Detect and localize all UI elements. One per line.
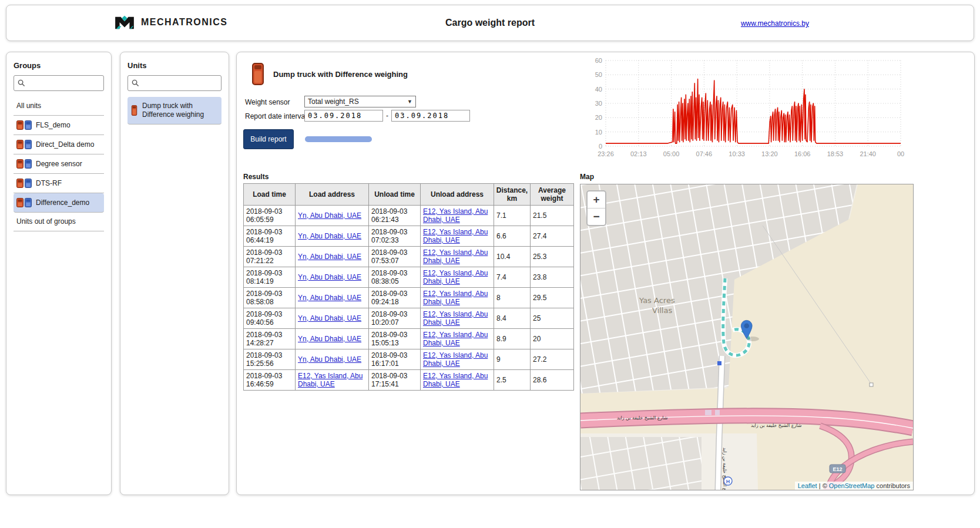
load-address-link[interactable]: Yn, Abu Dhabi, UAE xyxy=(298,273,361,281)
unload-address-cell: E12, Yas Island, Abu Dhabi, UAE xyxy=(421,308,494,329)
load-time-cell: 2018-09-03 15:25:56 xyxy=(244,349,296,370)
svg-text:05:00: 05:00 xyxy=(663,150,680,157)
weight-sensor-select[interactable]: Total weight_RS ▼ xyxy=(304,96,416,107)
unload-time-cell: 2018-09-03 07:53:07 xyxy=(369,247,421,267)
column-header-unload-time: Unload time xyxy=(369,184,421,206)
svg-text:شارع الشيخ خليفة بن زايد: شارع الشيخ خليفة بن زايد xyxy=(751,423,802,428)
avg-weight-cell: 25 xyxy=(531,308,574,329)
zoom-in-button[interactable]: + xyxy=(588,191,605,208)
distance-cell: 8.9 xyxy=(494,329,531,349)
avg-weight-cell: 27.2 xyxy=(531,349,574,370)
table-row: 2018-09-03 08:58:08Yn, Abu Dhabi, UAE201… xyxy=(244,288,574,308)
unit-pair-icon xyxy=(16,120,32,130)
table-row: 2018-09-03 07:21:22Yn, Abu Dhabi, UAE201… xyxy=(244,247,574,267)
date-to-input[interactable] xyxy=(391,110,470,122)
svg-text:H: H xyxy=(726,479,730,485)
unload-address-link[interactable]: E12, Yas Island, Abu Dhabi, UAE xyxy=(423,228,488,244)
group-item-degree-sensor[interactable]: Degree sensor xyxy=(14,154,104,174)
group-item-direct-delta-demo[interactable]: Direct_Delta demo xyxy=(14,135,104,154)
svg-text:Villas: Villas xyxy=(652,306,672,315)
table-row: 2018-09-03 06:44:19Yn, Abu Dhabi, UAE201… xyxy=(244,226,574,247)
area-label: Yas Acres xyxy=(639,296,675,305)
table-row: 2018-09-03 06:05:59Yn, Abu Dhabi, UAE201… xyxy=(244,206,574,226)
units-title: Units xyxy=(127,61,221,70)
zoom-out-button[interactable]: − xyxy=(588,208,605,225)
group-item-difference-demo[interactable]: Difference_demo xyxy=(14,193,104,213)
units-search-input[interactable] xyxy=(127,75,221,91)
unit-item-dump-truck-with-difference-weighing[interactable]: Dump truck with Difference weighing xyxy=(127,97,221,125)
svg-text:40: 40 xyxy=(595,86,602,93)
map-attribution: Leaflet | © OpenStreetMap contributors xyxy=(795,482,913,490)
unload-address-link[interactable]: E12, Yas Island, Abu Dhabi, UAE xyxy=(423,290,488,306)
groups-panel: Groups All units xyxy=(6,52,112,495)
load-address-link[interactable]: Yn, Abu Dhabi, UAE xyxy=(298,253,361,261)
unload-address-link[interactable]: E12, Yas Island, Abu Dhabi, UAE xyxy=(423,248,488,265)
load-address-link[interactable]: Yn, Abu Dhabi, UAE xyxy=(298,211,361,220)
load-address-cell: Yn, Abu Dhabi, UAE xyxy=(296,308,369,329)
load-address-cell: Yn, Abu Dhabi, UAE xyxy=(296,349,369,370)
date-from-input[interactable] xyxy=(304,110,383,122)
distance-cell: 8 xyxy=(494,288,531,308)
unload-address-cell: E12, Yas Island, Abu Dhabi, UAE xyxy=(421,226,494,247)
load-address-cell: Yn, Abu Dhabi, UAE xyxy=(296,288,369,308)
distance-cell: 7.4 xyxy=(494,267,531,288)
date-interval-label: Report date interval xyxy=(245,112,307,120)
unload-address-link[interactable]: E12, Yas Island, Abu Dhabi, UAE xyxy=(423,269,488,285)
website-link[interactable]: www.mechatronics.by xyxy=(741,19,809,28)
load-address-link[interactable]: Yn, Abu Dhabi, UAE xyxy=(298,232,361,240)
openstreetmap-link[interactable]: OpenStreetMap xyxy=(829,482,875,489)
load-time-cell: 2018-09-03 09:40:56 xyxy=(244,308,296,329)
svg-text:20: 20 xyxy=(595,114,602,121)
page-title: Cargo weight report xyxy=(6,18,974,28)
weight-sensor-label: Weight sensor xyxy=(245,98,290,106)
unload-address-link[interactable]: E12, Yas Island, Abu Dhabi, UAE xyxy=(423,207,488,224)
unit-pair-icon xyxy=(16,179,32,188)
groups-search-input[interactable] xyxy=(14,75,104,91)
distance-cell: 6.6 xyxy=(494,226,531,247)
svg-text:10: 10 xyxy=(595,129,602,136)
unload-address-cell: E12, Yas Island, Abu Dhabi, UAE xyxy=(421,349,494,370)
load-address-link[interactable]: Yn, Abu Dhabi, UAE xyxy=(298,314,361,322)
load-address-link[interactable]: Yn, Abu Dhabi, UAE xyxy=(298,335,361,343)
unload-address-cell: E12, Yas Island, Abu Dhabi, UAE xyxy=(421,288,494,308)
load-address-link[interactable]: E12, Yas Island, Abu Dhabi, UAE xyxy=(298,372,363,388)
group-item-label: Degree sensor xyxy=(36,160,82,169)
map-tiles: Yas Acres Villas شارع الشيخ خليفة بن زاي… xyxy=(580,184,913,490)
hospital-icon: H xyxy=(724,477,732,485)
unload-address-link[interactable]: E12, Yas Island, Abu Dhabi, UAE xyxy=(423,372,488,388)
unit-pair-icon xyxy=(16,140,32,149)
search-icon xyxy=(18,79,25,87)
build-report-button[interactable]: Build report xyxy=(243,129,294,149)
column-header-unload-address: Unload address xyxy=(421,184,494,206)
group-item-fls-demo[interactable]: FLS_demo xyxy=(14,116,104,135)
unit-item-label: Dump truck with Difference weighing xyxy=(142,102,219,119)
table-row: 2018-09-03 16:46:59E12, Yas Island, Abu … xyxy=(244,370,574,391)
groups-title: Groups xyxy=(14,61,104,70)
date-separator: - xyxy=(386,112,388,120)
construction-marker xyxy=(717,361,721,365)
leaflet-link[interactable]: Leaflet xyxy=(798,482,817,489)
group-item-dts-rf[interactable]: DTS-RF xyxy=(14,174,104,193)
unload-address-link[interactable]: E12, Yas Island, Abu Dhabi, UAE xyxy=(423,331,488,347)
load-time-cell: 2018-09-03 14:28:27 xyxy=(244,329,296,349)
avg-weight-cell: 25.3 xyxy=(531,247,574,267)
map-label: Map xyxy=(580,173,594,181)
distance-cell: 8.4 xyxy=(494,308,531,329)
svg-text:16:06: 16:06 xyxy=(794,150,811,157)
svg-text:30: 30 xyxy=(595,100,602,107)
load-address-link[interactable]: Yn, Abu Dhabi, UAE xyxy=(298,355,361,364)
svg-text:60: 60 xyxy=(595,57,602,64)
group-item-units-out-of-groups[interactable]: Units out of groups xyxy=(14,213,104,231)
map-zoom-control: + − xyxy=(586,190,606,226)
load-address-link[interactable]: Yn, Abu Dhabi, UAE xyxy=(298,294,361,302)
table-row: 2018-09-03 15:25:56Yn, Abu Dhabi, UAE201… xyxy=(244,349,574,370)
avg-weight-cell: 28.6 xyxy=(531,370,574,391)
progress-bar xyxy=(305,136,372,142)
unload-address-link[interactable]: E12, Yas Island, Abu Dhabi, UAE xyxy=(423,351,488,368)
units-list: Dump truck with Difference weighing xyxy=(127,97,221,125)
search-icon xyxy=(132,79,139,87)
map-canvas[interactable]: + − Yas Acres Villas xyxy=(580,184,914,490)
unload-address-link[interactable]: E12, Yas Island, Abu Dhabi, UAE xyxy=(423,310,488,327)
group-item-all-units[interactable]: All units xyxy=(14,97,104,116)
svg-text:0: 0 xyxy=(599,143,602,150)
